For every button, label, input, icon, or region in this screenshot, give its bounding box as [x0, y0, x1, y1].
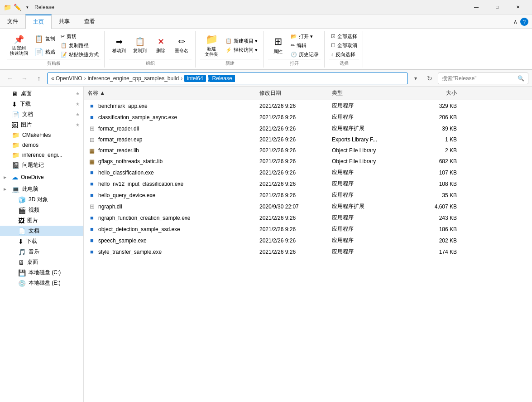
tab-view[interactable]: 查看 — [77, 15, 102, 29]
open-button[interactable]: 📂打开 ▾ — [289, 32, 321, 41]
table-row[interactable]: ■ ngraph_function_creation_sample.exe 20… — [84, 212, 532, 223]
rename-button[interactable]: ✏ 重命名 — [172, 35, 192, 56]
table-row[interactable]: ■ hello_nv12_input_classification.exe 20… — [84, 178, 532, 189]
sidebar-item-inference[interactable]: 📁 inference_engi... — [0, 150, 83, 160]
up-button[interactable]: ↑ — [33, 72, 45, 85]
sidebar-item-locale[interactable]: 💿 本地磁盘 (E:) — [0, 278, 83, 288]
file-size: 4,607 KB — [419, 203, 464, 211]
sidebar-item-downloads2[interactable]: ⬇ 下载 — [0, 236, 83, 247]
search-input[interactable] — [442, 75, 516, 82]
sidebar-item-desktop2[interactable]: 🖥 桌面 — [0, 257, 83, 267]
col-header-size[interactable]: 大小 — [419, 88, 464, 98]
new-folder-icon: 📁 — [206, 34, 218, 45]
sidebar-item-videos[interactable]: 🎬 视频 — [0, 205, 83, 215]
tab-home[interactable]: 主页 — [25, 15, 52, 29]
maximize-button[interactable]: □ — [487, 0, 508, 15]
sidebar-item-downloads[interactable]: ⬇ 下载 ★ — [0, 99, 83, 109]
docs2-icon: 📄 — [18, 228, 26, 235]
refresh-button[interactable]: ↻ — [423, 72, 436, 85]
copy-button[interactable]: 📋 复制 — [32, 33, 58, 45]
paste-shortcut-button[interactable]: 📝粘贴快捷方式 — [59, 50, 101, 59]
sidebar-item-pictures2[interactable]: 🖼 图片 — [0, 215, 83, 226]
table-row[interactable]: ⊞ format_reader.dll 2021/2/26 9:26 应用程序扩… — [84, 123, 532, 134]
pin-indicator2: ★ — [76, 102, 80, 107]
col-header-name[interactable]: 名称 ▲ — [84, 88, 256, 98]
ribbon-collapse[interactable]: ∧ — [513, 19, 518, 25]
table-row[interactable]: ⊟ format_reader.exp 2021/2/26 9:26 Expor… — [84, 134, 532, 145]
sidebar-item-docs[interactable]: 📄 文档 ★ — [0, 109, 83, 120]
copy-to-icon: 📋 — [135, 37, 145, 47]
table-row[interactable]: ■ classification_sample_async.exe 2021/2… — [84, 111, 532, 123]
new-item-button[interactable]: 📋新建项目 ▾ — [224, 37, 259, 45]
sidebar-item-demos[interactable]: 📁 demos — [0, 140, 83, 150]
col-header-type[interactable]: 类型 — [328, 88, 419, 98]
pin-quick-access-button[interactable]: 📌 固定到快速访问 — [7, 33, 31, 58]
copy-to-button[interactable]: 📋 复制到 — [130, 35, 150, 56]
file-name: ngraph_function_creation_sample.exe — [98, 215, 190, 221]
paste-button[interactable]: 📄 粘贴 — [32, 46, 58, 58]
table-row[interactable]: ■ object_detection_sample_ssd.exe 2021/2… — [84, 223, 532, 235]
delete-button[interactable]: ✕ 删除 — [151, 35, 171, 56]
address-path[interactable]: « OpenVINO › inference_engine_cpp_sample… — [47, 73, 408, 84]
sidebar-item-desktop[interactable]: 🖥 桌面 ★ — [0, 88, 83, 99]
open-icon: 📂 — [291, 34, 297, 39]
clipboard-buttons: 📌 固定到快速访问 📋 复制 📄 粘贴 ✂剪切 📋复制路径 — [7, 32, 101, 59]
search-box[interactable]: 🔍 — [438, 73, 528, 84]
easy-access-icon: ⚡ — [225, 47, 232, 53]
dropdown-icon[interactable]: ▾ — [24, 4, 31, 11]
sidebar-item-music[interactable]: 🎵 音乐 — [0, 247, 83, 257]
table-row[interactable]: ■ style_transfer_sample.exe 2021/2/26 9:… — [84, 246, 532, 257]
table-row[interactable]: ▦ format_reader.lib 2021/2/26 9:26 Objec… — [84, 145, 532, 156]
help-icon[interactable]: ? — [520, 18, 528, 26]
copy-path-button[interactable]: 📋复制路径 — [59, 41, 101, 50]
forward-button[interactable]: → — [18, 72, 31, 85]
table-row[interactable]: ⊞ ngraph.dll 2020/9/30 22:07 应用程序扩展 4,60… — [84, 201, 532, 212]
file-name: benchmark_app.exe — [98, 103, 148, 109]
select-all-button[interactable]: ☑全部选择 — [329, 32, 359, 41]
file-name: object_detection_sample_ssd.exe — [98, 226, 180, 232]
sidebar-item-pictures[interactable]: 🖼 图片 ★ — [0, 120, 83, 130]
history-button[interactable]: 🕐历史记录 — [289, 50, 321, 59]
close-button[interactable]: ✕ — [508, 0, 528, 15]
address-dropdown-button[interactable]: ▾ — [410, 73, 422, 84]
copy-path-icon: 📋 — [61, 43, 67, 48]
pin-indicator3: ★ — [76, 112, 80, 117]
back-button[interactable]: ← — [4, 72, 16, 85]
tab-file[interactable]: 文件 — [0, 15, 25, 29]
sidebar-item-cmakefiles[interactable]: 📁 CMakeFiles — [0, 130, 83, 140]
invert-icon: ↕ — [331, 52, 334, 57]
file-date: 2021/2/26 9:26 — [256, 225, 328, 233]
file-size: 174 KB — [419, 248, 464, 256]
sidebar-item-onedrive[interactable]: ▶ ☁ OneDrive — [0, 172, 83, 182]
new-folder-button[interactable]: 📁 新建文件夹 — [200, 32, 223, 59]
downloads2-icon: ⬇ — [18, 238, 24, 245]
table-row[interactable]: ■ benchmark_app.exe 2021/2/26 9:26 应用程序 … — [84, 100, 532, 111]
invert-selection-button[interactable]: ↕反向选择 — [329, 50, 359, 59]
file-date: 2020/9/30 22:07 — [256, 203, 328, 211]
paste-icon: 📄 — [34, 48, 43, 56]
organize-label: 组织 — [109, 59, 192, 67]
sidebar-item-docs2[interactable]: 📄 文档 — [0, 226, 83, 236]
cut-button[interactable]: ✂剪切 — [59, 32, 101, 41]
edit-icon2: ✏ — [291, 43, 295, 48]
table-row[interactable]: ▦ gflags_nothreads_static.lib 2021/2/26 … — [84, 156, 532, 167]
sidebar-item-localc[interactable]: 💾 本地磁盘 (C:) — [0, 267, 83, 278]
edit-button[interactable]: ✏编辑 — [289, 41, 321, 50]
file-type: 应用程序 — [328, 168, 419, 177]
sidebar-item-3d[interactable]: 🧊 3D 对象 — [0, 194, 83, 205]
sidebar-item-thispc[interactable]: ▶ 💻 此电脑 — [0, 184, 83, 194]
table-row[interactable]: ■ speech_sample.exe 2021/2/26 9:26 应用程序 … — [84, 235, 532, 246]
file-name: hello_classification.exe — [98, 170, 154, 176]
table-row[interactable]: ■ hello_query_device.exe 2021/2/26 9:26 … — [84, 189, 532, 201]
file-type: 应用程序 — [328, 179, 419, 189]
path-release: Release — [210, 75, 235, 82]
properties-button[interactable]: ⊞ 属性 — [268, 34, 288, 57]
deselect-all-button[interactable]: ☐全部取消 — [329, 41, 359, 50]
move-to-button[interactable]: ➡ 移动到 — [109, 35, 129, 56]
table-row[interactable]: ■ hello_classification.exe 2021/2/26 9:2… — [84, 167, 532, 178]
minimize-button[interactable]: — — [466, 0, 487, 15]
easy-access-button[interactable]: ⚡轻松访问 ▾ — [224, 46, 259, 54]
col-header-date[interactable]: 修改日期 — [256, 88, 328, 98]
sidebar-item-notes[interactable]: 📓 问题笔记 — [0, 160, 83, 170]
tab-share[interactable]: 共享 — [52, 15, 77, 29]
